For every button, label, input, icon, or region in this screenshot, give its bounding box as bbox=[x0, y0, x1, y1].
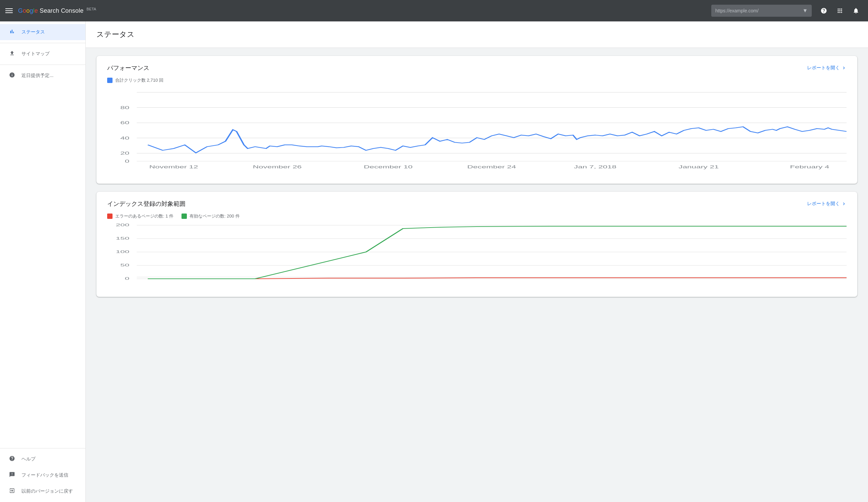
page-title: ステータス bbox=[96, 30, 857, 40]
sidebar-item-coming-soon[interactable]: 近日提供予定... bbox=[0, 67, 85, 84]
info-icon bbox=[8, 72, 16, 80]
index-card-header: インデックス登録の対象範囲 レポートを開く bbox=[107, 200, 847, 208]
index-title: インデックス登録の対象範囲 bbox=[107, 200, 186, 208]
logo-text: Search Console bbox=[40, 7, 83, 14]
index-legend: エラーのあるページの数: 1 件 有効なページの数: 200 件 bbox=[107, 213, 847, 219]
performance-title: パフォーマンス bbox=[107, 64, 149, 72]
valid-legend-label: 有効なページの数: 200 件 bbox=[189, 213, 240, 219]
performance-legend-label: 合計クリック数 2,710 回 bbox=[115, 77, 163, 83]
svg-text:November 12: November 12 bbox=[149, 165, 198, 169]
sidebar: ステータス サイトマップ 近日提供予定... bbox=[0, 21, 86, 305]
performance-chart: 0 20 40 60 80 November 12 November 26 De… bbox=[107, 89, 847, 176]
search-dropdown-arrow[interactable]: ▼ bbox=[802, 8, 808, 14]
menu-button[interactable] bbox=[6, 8, 13, 13]
performance-legend-color bbox=[107, 78, 113, 83]
index-card: インデックス登録の対象範囲 レポートを開く エラーのあるページの数: 1 件 有… bbox=[96, 192, 857, 297]
error-legend-label: エラーのあるページの数: 1 件 bbox=[115, 213, 174, 219]
app-header: Google Search Console BETA ▼ bbox=[0, 0, 868, 21]
valid-legend-color bbox=[182, 213, 187, 219]
index-chart-svg: 0 50 100 150 200 bbox=[107, 222, 847, 289]
performance-chart-svg: 0 20 40 60 80 November 12 November 26 De… bbox=[107, 89, 847, 176]
header-icons bbox=[817, 4, 862, 18]
svg-text:50: 50 bbox=[120, 263, 129, 267]
svg-text:200: 200 bbox=[116, 223, 130, 227]
apps-button[interactable] bbox=[833, 4, 847, 18]
performance-open-report[interactable]: レポートを開く bbox=[807, 65, 847, 71]
svg-text:60: 60 bbox=[120, 121, 129, 125]
logo-o1: o bbox=[23, 7, 26, 14]
index-chart: 0 50 100 150 200 bbox=[107, 222, 847, 289]
sidebar-item-sitemap[interactable]: サイトマップ bbox=[0, 46, 85, 62]
logo-g2: g bbox=[30, 7, 33, 14]
svg-text:December 10: December 10 bbox=[364, 165, 413, 169]
sidebar-sitemap-label: サイトマップ bbox=[21, 51, 50, 57]
performance-card-header: パフォーマンス レポートを開く bbox=[107, 64, 847, 72]
svg-text:0: 0 bbox=[125, 276, 130, 281]
svg-text:40: 40 bbox=[120, 136, 129, 140]
svg-text:100: 100 bbox=[116, 250, 130, 254]
sidebar-item-status[interactable]: ステータス bbox=[0, 24, 85, 40]
svg-text:20: 20 bbox=[120, 151, 129, 156]
notifications-button[interactable] bbox=[849, 4, 862, 18]
svg-text:150: 150 bbox=[116, 236, 130, 240]
index-legend-errors: エラーのあるページの数: 1 件 bbox=[107, 213, 174, 219]
svg-text:November 26: November 26 bbox=[253, 165, 302, 169]
error-legend-color bbox=[107, 213, 113, 219]
beta-badge: BETA bbox=[87, 7, 96, 11]
logo-e: e bbox=[34, 7, 38, 14]
main-layout: ステータス サイトマップ 近日提供予定... bbox=[0, 21, 868, 305]
index-legend-valid: 有効なページの数: 200 件 bbox=[182, 213, 240, 219]
svg-text:December 24: December 24 bbox=[467, 165, 516, 169]
page-header: ステータス bbox=[86, 21, 868, 48]
index-open-report[interactable]: レポートを開く bbox=[807, 201, 847, 207]
upload-icon bbox=[8, 50, 16, 58]
sidebar-divider-2 bbox=[0, 65, 85, 65]
search-input[interactable] bbox=[715, 8, 802, 13]
svg-text:Jan 7, 2018: Jan 7, 2018 bbox=[574, 165, 617, 169]
performance-card: パフォーマンス レポートを開く 合計クリック数 2,710 回 bbox=[96, 56, 857, 184]
svg-text:January 21: January 21 bbox=[679, 165, 719, 169]
main-content: ステータス パフォーマンス レポートを開く 合計クリック数 2,710 回 bbox=[86, 21, 868, 305]
sidebar-coming-soon-label: 近日提供予定... bbox=[21, 73, 54, 79]
svg-text:February 4: February 4 bbox=[790, 165, 829, 169]
sidebar-status-label: ステータス bbox=[21, 29, 45, 35]
search-box[interactable]: ▼ bbox=[711, 5, 812, 17]
logo-g: G bbox=[18, 7, 23, 14]
content-area: パフォーマンス レポートを開く 合計クリック数 2,710 回 bbox=[86, 48, 868, 305]
app-logo: Google Search Console BETA bbox=[18, 7, 96, 14]
bar-chart-icon bbox=[8, 29, 16, 36]
sidebar-nav: ステータス サイトマップ 近日提供予定... bbox=[0, 21, 85, 305]
svg-text:0: 0 bbox=[125, 159, 130, 163]
performance-legend: 合計クリック数 2,710 回 bbox=[107, 77, 847, 83]
help-button[interactable] bbox=[817, 4, 830, 18]
sidebar-divider-1 bbox=[0, 43, 85, 43]
logo-o2: o bbox=[26, 7, 30, 14]
svg-text:80: 80 bbox=[120, 105, 129, 110]
